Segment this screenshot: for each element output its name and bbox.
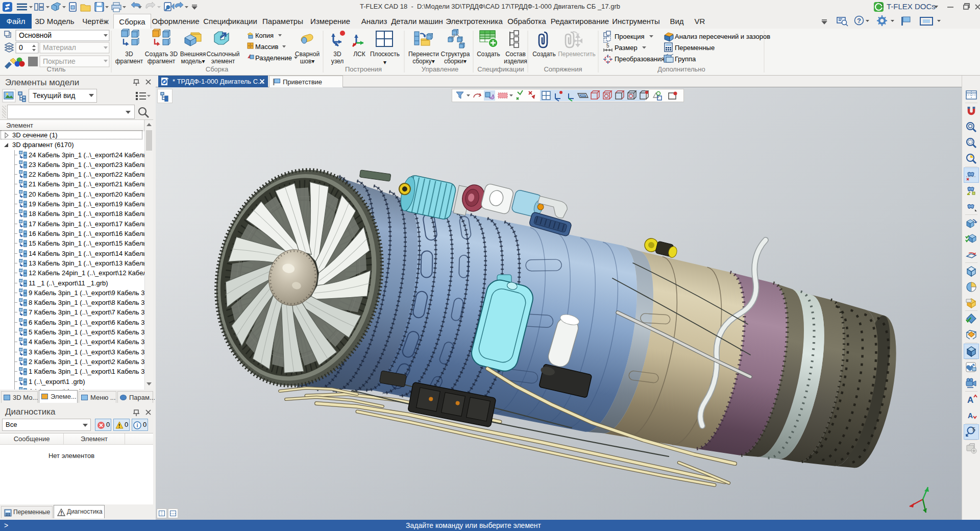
svg-text:3D: 3D (125, 51, 133, 58)
svg-text:0: 0 (19, 43, 23, 52)
svg-text:Внешняя: Внешняя (180, 51, 206, 58)
svg-text:▾: ▾ (383, 59, 386, 66)
svg-text:Сборка: Сборка (206, 65, 229, 73)
svg-text:элемент: элемент (211, 58, 235, 65)
svg-text:i: i (137, 422, 138, 428)
svg-text:сборку▾: сборку▾ (412, 58, 435, 65)
svg-text:Материал: Материал (43, 43, 76, 52)
svg-text:Проекция: Проекция (615, 33, 644, 40)
svg-text:!: ! (118, 423, 120, 429)
svg-text:A: A (968, 412, 973, 420)
svg-text:Группа: Группа (675, 55, 696, 63)
svg-text:узел: узел (331, 58, 344, 65)
svg-text:Массив: Массив (255, 43, 278, 51)
svg-text:шов▾: шов▾ (300, 58, 315, 65)
svg-text:Создать: Создать (532, 51, 556, 58)
svg-text:Плоскость: Плоскость (370, 51, 400, 58)
svg-text:ЛСК: ЛСК (353, 51, 365, 58)
svg-text:Спецификации: Спецификации (477, 65, 524, 73)
svg-text:!: ! (61, 511, 62, 516)
svg-text:Стиль: Стиль (47, 65, 66, 73)
svg-text:Основной: Основной (19, 31, 52, 39)
svg-text:Размер: Размер (615, 44, 638, 52)
svg-text:фрагмент: фрагмент (115, 58, 143, 65)
svg-text:T-FLEX DOCs: T-FLEX DOCs (887, 2, 936, 11)
svg-text:изделия: изделия (504, 58, 527, 65)
svg-text:Разделение: Разделение (255, 54, 292, 62)
svg-text:Анализ пересечений и зазоров: Анализ пересечений и зазоров (675, 33, 770, 40)
svg-text:Переместить: Переместить (558, 51, 596, 58)
svg-text:5: 5 (972, 426, 975, 432)
svg-text:Управление: Управление (422, 65, 458, 73)
svg-text:Создать: Создать (477, 51, 500, 58)
svg-text:3D: 3D (333, 51, 341, 58)
svg-text:Создать 3D: Создать 3D (145, 51, 178, 58)
svg-text:фрагмент: фрагмент (148, 58, 176, 65)
svg-text:?: ? (857, 17, 861, 25)
svg-text:Переменные: Переменные (675, 44, 715, 52)
svg-text:Состав: Состав (505, 51, 526, 58)
svg-text:A: A (967, 395, 973, 405)
svg-text:сборки▾: сборки▾ (444, 58, 467, 65)
svg-text:Дополнительно: Дополнительно (657, 65, 705, 73)
svg-text:Сварной: Сварной (295, 51, 320, 58)
svg-text:Покрытие: Покрытие (43, 57, 76, 65)
svg-text:Перенести: Перенести (408, 51, 439, 58)
svg-text:5: 5 (606, 43, 609, 49)
svg-text:Копия: Копия (255, 32, 274, 39)
svg-text:модель▾: модель▾ (181, 58, 205, 65)
svg-text:Ссылочный: Ссылочный (206, 51, 239, 58)
svg-text:Преобразования: Преобразования (615, 56, 664, 63)
svg-text:Построения: Построения (345, 65, 382, 73)
svg-text:Структура: Структура (441, 51, 470, 58)
svg-text:Сопряжения: Сопряжения (544, 65, 582, 73)
